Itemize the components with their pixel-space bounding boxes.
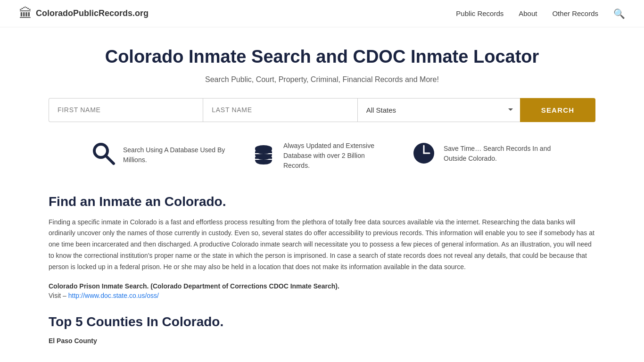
site-header: 🏛 ColoradoPublicRecords.org Public Recor…	[0, 0, 644, 27]
visit-link[interactable]: http://www.doc.state.co.us/oss/	[68, 292, 159, 299]
clock-icon	[412, 141, 436, 167]
first-name-input[interactable]	[49, 98, 203, 122]
database-icon	[251, 143, 276, 169]
visit-prefix: Visit –	[49, 292, 66, 299]
search-button[interactable]: SEARCH	[520, 98, 595, 122]
logo-text: ColoradoPublicRecords.org	[36, 8, 149, 18]
main-nav: Public Records About Other Records 🔍	[456, 8, 625, 19]
nav-public-records[interactable]: Public Records	[456, 9, 504, 17]
nav-other-records[interactable]: Other Records	[552, 9, 598, 17]
features-row: Search Using A Database Used By Millions…	[49, 141, 595, 171]
visit-text: Visit – http://www.doc.state.co.us/oss/	[49, 292, 595, 299]
search-icon[interactable]: 🔍	[613, 8, 625, 19]
feature-search-text: Search Using A Database Used By Millions…	[123, 145, 232, 165]
main-content: Colorado Inmate Search and CDOC Inmate L…	[39, 27, 605, 362]
prison-search-label: Colorado Prison Inmate Search. (Colorado…	[49, 282, 595, 290]
feature-clock: Save Time… Search Records In and Outside…	[412, 141, 553, 167]
building-icon: 🏛	[19, 6, 32, 21]
counties-title: Top 5 Counties In Colorado.	[49, 314, 595, 329]
feature-database-text: Always Updated and Extensive Database wi…	[283, 141, 393, 171]
search-form: All States Alabama Alaska Arizona Arkans…	[49, 98, 595, 122]
search-magnifier-icon	[91, 141, 116, 169]
feature-clock-text: Save Time… Search Records In and Outside…	[444, 144, 553, 164]
counties-section: Top 5 Counties In Colorado. El Paso Coun…	[49, 314, 595, 345]
nav-about[interactable]: About	[519, 9, 537, 17]
feature-search: Search Using A Database Used By Millions…	[91, 141, 232, 169]
logo-link[interactable]: 🏛 ColoradoPublicRecords.org	[19, 6, 149, 21]
state-select[interactable]: All States Alabama Alaska Arizona Arkans…	[357, 98, 520, 122]
inmate-section-title: Find an Inmate an Colorado.	[49, 194, 595, 209]
feature-database: Always Updated and Extensive Database wi…	[251, 141, 393, 171]
first-county-label: El Paso County	[49, 337, 595, 345]
hero-subtitle: Search Public, Court, Property, Criminal…	[49, 75, 595, 84]
inmate-body-text: Finding a specific inmate in Colorado is…	[49, 217, 595, 273]
svg-rect-3	[255, 151, 272, 153]
page-title: Colorado Inmate Search and CDOC Inmate L…	[49, 46, 595, 68]
svg-line-1	[106, 156, 114, 164]
last-name-input[interactable]	[203, 98, 357, 122]
svg-rect-4	[255, 157, 272, 159]
inmate-section: Find an Inmate an Colorado. Finding a sp…	[49, 194, 595, 299]
